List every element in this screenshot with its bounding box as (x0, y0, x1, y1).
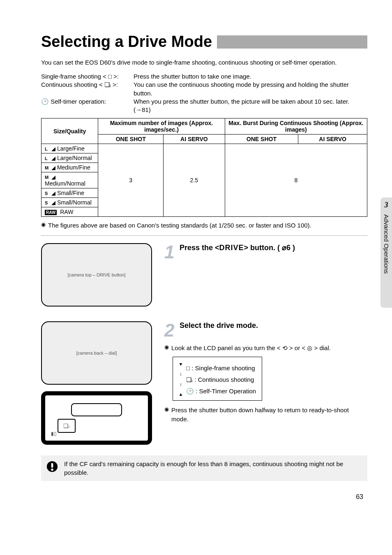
continuous-icon: ❏ᵢ (186, 376, 193, 383)
mode-timer-desc: When you press the shutter button, the p… (134, 98, 367, 114)
intro-paragraph: You can set the EOS D60's drive mode to … (41, 58, 367, 67)
mode-continuous-label: Continuous shooting < ❏ᵢ >: (41, 81, 134, 98)
th-ai-servo-2: AI SERVO (298, 135, 367, 144)
warning-icon (46, 460, 58, 473)
arrow-updown-icon: ↕ (180, 371, 182, 378)
legend-continuous: : Continuous shooting (194, 376, 254, 383)
svg-point-2 (51, 469, 53, 471)
drive-mode-legend: ▼ ↕ ↕ ▲ □ : Single-frame shooting ❏ᵢ : C… (173, 357, 262, 401)
th-size-quality: Size/Quality (42, 118, 98, 144)
svg-rect-1 (51, 463, 53, 468)
table-footnote: The figures above are based on Canon's t… (48, 221, 311, 230)
legend-timer: : Self-Timer Operation (196, 388, 256, 395)
self-timer-icon: 🕑 (186, 388, 194, 395)
page-number: 63 (41, 493, 367, 501)
mode-single-desc: Press the shutter button to take one ima… (134, 72, 251, 81)
chapter-thumb-tab: 3 Advanced Operations (380, 197, 392, 308)
step2-bullet-1-icon: ◉ (164, 344, 169, 353)
arrow-up-icon: ▲ (179, 391, 183, 398)
title-decoration-bar (217, 35, 367, 49)
step-2-number: 2 (164, 321, 174, 339)
illustration-lcd-panel: ❏ᵢ ▮▯ (41, 391, 152, 445)
warning-text: If the CF card's remaining capacity is e… (64, 460, 362, 477)
cell-one-shot-value: 3 (98, 144, 164, 217)
note-bullet-icon: ◉ (41, 221, 46, 230)
step2-bullet-2-icon: ◉ (164, 406, 169, 424)
section-divider (41, 235, 367, 236)
mode-timer-label: 🕑 Self-timer operation: (41, 98, 134, 114)
th-max-images: Maximum number of images (Approx. images… (98, 118, 225, 135)
step-1-title: Press the <DRIVE> button. ( ⌀6 ) (180, 244, 295, 252)
single-frame-icon: □ (186, 365, 190, 372)
legend-single: : Single-frame shooting (191, 365, 255, 372)
chapter-label: Advanced Operations (383, 214, 390, 274)
row-large-fine: L◢ Large/Fine (42, 144, 98, 153)
illustration-dial: [camera back – dial] (41, 321, 152, 385)
th-ai-servo-1: AI SERVO (164, 135, 225, 144)
step-2-bullet-1: Look at the LCD panel as you turn the < … (171, 344, 331, 353)
row-raw: RAW RAW (42, 207, 98, 217)
cell-ai-servo-value: 2.5 (164, 144, 225, 217)
battery-icon: ▮▯ (51, 431, 57, 437)
row-small-normal: S◢ Small/Normal (42, 198, 98, 207)
step-1-number: 1 (164, 243, 174, 261)
row-medium-fine: M◢ Medium/Fine (42, 163, 98, 172)
cell-burst-value: 8 (225, 144, 367, 217)
step-2-title: Select the drive mode. (180, 321, 258, 330)
chapter-number: 3 (385, 201, 388, 209)
th-one-shot-2: ONE SHOT (225, 135, 298, 144)
warning-box: If the CF card's remaining capacity is e… (41, 455, 367, 481)
step-2-bullet-2: Press the shutter button down halfway to… (171, 406, 367, 424)
th-max-burst: Max. Burst During Continuous Shooting (A… (225, 118, 367, 135)
mode-single-label: Single-frame shooting < □ >: (41, 72, 134, 81)
row-medium-normal: M◢ Medium/Normal (42, 172, 98, 188)
arrow-updown-icon: ↕ (180, 381, 182, 388)
page-title: Selecting a Drive Mode (41, 33, 212, 51)
mode-continuous-desc: You can use the continuous shooting mode… (134, 81, 367, 98)
row-large-normal: L◢ Large/Normal (42, 153, 98, 163)
lcd-drive-icon: ❏ᵢ (63, 423, 70, 429)
illustration-drive-button: [camera top – DRIVE button] (41, 243, 152, 307)
row-small-fine: S◢ Small/Fine (42, 188, 98, 198)
spec-table: Size/Quality Maximum number of images (A… (41, 118, 367, 217)
th-one-shot-1: ONE SHOT (98, 135, 164, 144)
arrow-down-icon: ▼ (179, 361, 183, 368)
